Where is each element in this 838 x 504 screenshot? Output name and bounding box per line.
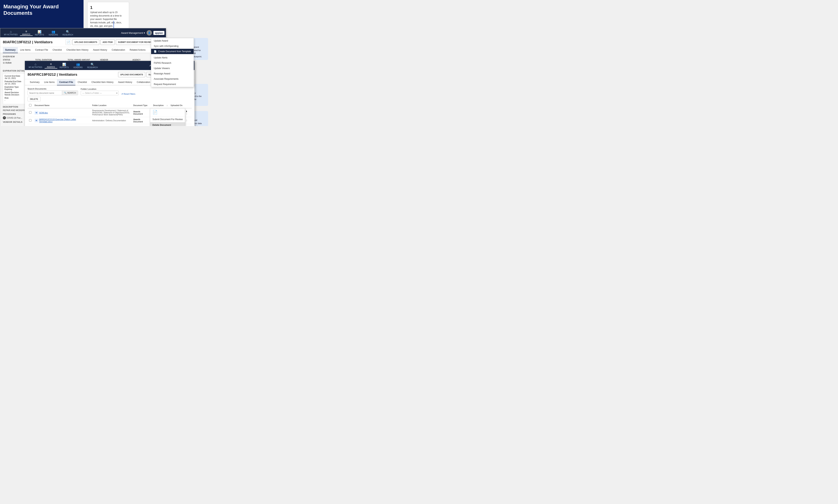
nav2-my-activities[interactable]: ⌂ MY ACTIVITIES [26, 62, 44, 68]
upload-documents-button-2[interactable]: UPLOAD DOCUMENTS [118, 72, 145, 77]
search-input[interactable] [28, 91, 62, 95]
search-row: Search Documents 🔍 SEARCH Folder Locatio… [28, 88, 192, 95]
people-icon-2: 👥 [76, 62, 80, 66]
doc-1-name-cell: W SOW.doc [35, 111, 89, 114]
tab-award-history-2[interactable]: Award History [116, 79, 135, 85]
page-title-text: Managing Your Award Documents [3, 4, 59, 16]
search-nav-icon-2: 🔍 [91, 62, 94, 66]
tab-contract-file-2[interactable]: Contract File [57, 79, 75, 85]
doc-2-name-link[interactable]: N0002412C2115 Exercise Option Letter Tem… [39, 118, 89, 123]
nav2-label-my-activities: MY ACTIVITIES [29, 66, 42, 68]
col-description: Description [152, 103, 165, 108]
nav2-awards[interactable]: ≡ AWARDS [44, 62, 57, 69]
upload-documents-button[interactable]: UPLOAD DOCUMENTS [72, 39, 99, 45]
folder-select-wrap: — Select a Folder — [81, 91, 119, 95]
doc-1-checkbox[interactable] [29, 111, 32, 114]
reset-wrap: ↺ Reset Filters [121, 93, 135, 95]
col-checkbox [28, 103, 33, 108]
tab-related-actions-1[interactable]: Related Actions [127, 47, 148, 53]
doc-2-name-cell: W N0002412C2115 Exercise Option Letter T… [35, 118, 89, 123]
tab-collaboration-2[interactable]: Collaboration [135, 79, 153, 85]
list-icon-2: ≡ [50, 62, 52, 66]
tab-contract-file-1[interactable]: Contract File [33, 47, 50, 53]
add-item-button[interactable]: ADD ITEM [101, 39, 115, 45]
menu-create-doc[interactable]: 📄 Create Document from Template [151, 49, 194, 54]
nav-right-area: Award Management ▾ 👤 appian [121, 30, 164, 35]
doc-2-folder: Administration / Delivery Documentation [91, 117, 132, 124]
menu-sync-usa[interactable]: Sync with USASpending [151, 43, 194, 49]
search-nav-icon: 🔍 [66, 30, 70, 34]
context-delete-document[interactable]: Delete Document [150, 122, 185, 126]
list-icon: ≡ [25, 30, 27, 33]
folder-select[interactable]: — Select a Folder — [81, 91, 119, 95]
user-avatar[interactable]: 👤 [146, 30, 152, 35]
tab-summary-1[interactable]: Summary [3, 47, 18, 53]
tab-checklist-2[interactable]: Checklist [75, 79, 89, 85]
menu-update-alerts[interactable]: Update Alerts [151, 55, 194, 60]
folder-label: Folder Location [81, 88, 119, 90]
step-1-number: 1 [90, 4, 92, 11]
nav-label-vendors: VENDORS [49, 34, 58, 36]
doc-2-checkbox[interactable] [29, 119, 32, 122]
nav-label-my-activities: MY ACTIVITIES [4, 34, 18, 36]
doc-1-download-icon[interactable]: ⬇ [186, 110, 188, 112]
nav2-research[interactable]: 🔍 RESEARCH [85, 62, 100, 69]
nav-my-activities[interactable]: ⌂ MY ACTIVITIES [2, 30, 20, 36]
tab-checklist-1[interactable]: Checklist [50, 47, 64, 53]
tab-line-items-2[interactable]: Line Items [42, 79, 57, 85]
menu-reassign-award[interactable]: Reassign Award [151, 71, 194, 76]
doc-1-name-link[interactable]: SOW.doc [39, 112, 48, 114]
menu-fapiis[interactable]: FAPIIS Research [151, 60, 194, 66]
tab-checklist-history-2[interactable]: Checklist Item History [89, 79, 116, 85]
context-doc-icon: 📄 [153, 110, 158, 115]
context-menu: 📄 Submit Document For Review Delete Docu… [150, 108, 185, 126]
menu-update-viewers[interactable]: Update Viewers [151, 66, 194, 71]
nav-research[interactable]: 🔍 RESEARCH [60, 30, 75, 36]
search-group: Search Documents 🔍 SEARCH [28, 88, 78, 95]
nav2-reports[interactable]: 📊 REPORTS [57, 62, 71, 69]
document-icon-btn[interactable]: 📄 [66, 39, 71, 45]
award-management-menu[interactable]: Award Management ▾ [121, 32, 145, 34]
tab-award-history-1[interactable]: Award History [91, 47, 109, 53]
page-title: Managing Your Award Documents [3, 3, 64, 16]
appian-logo: appian [154, 31, 164, 35]
nav-label-research: RESEARCH [63, 34, 73, 36]
award-buttons-1: 📄 UPLOAD DOCUMENTS ADD ITEM SUBMIT DOCUM… [66, 39, 163, 45]
menu-request-req[interactable]: Request Requirement [151, 82, 194, 87]
doc-1-type: Awards Document [132, 108, 152, 117]
home-icon: ⌂ [10, 30, 12, 33]
tab-summary-2[interactable]: Summary [28, 79, 42, 85]
search-input-wrap: 🔍 SEARCH [28, 91, 78, 95]
award-title-1: 80AFRC19F0212 | Ventilators [3, 40, 53, 44]
doc-2-type-icon: W [35, 119, 38, 122]
nav-awards[interactable]: ≡ AWARDS [20, 30, 33, 36]
col-folder-loc: Folder Location [91, 103, 132, 108]
doc-2-more-icon[interactable]: ⋮ [186, 119, 188, 122]
nav2-label-awards: AWARDS [47, 66, 55, 68]
nav2-vendors[interactable]: 👥 VENDORS [71, 62, 85, 69]
doc-1-more-icon[interactable]: ⋮ [186, 113, 188, 115]
tooltip-1-text: Upload and attach up to 15 existing docu… [90, 11, 123, 28]
nav-label-awards: AWARDS [22, 33, 30, 35]
context-submit-review[interactable]: Submit Document For Review [150, 116, 185, 122]
overview-section-label: OVERVIEW [3, 55, 163, 58]
menu-update-award[interactable]: Update Award [151, 38, 194, 43]
nav-vendors[interactable]: 👥 VENDORS [46, 30, 60, 36]
tab-checklist-history-1[interactable]: Checklist Item History [64, 47, 91, 53]
delete-button[interactable]: DELETE [28, 97, 41, 101]
select-all-docs-checkbox[interactable] [29, 104, 32, 106]
reset-filters-button[interactable]: ↺ Reset Filters [121, 93, 135, 95]
submit-document-button[interactable]: SUBMIT DOCUMENT FOR REVIEW [116, 39, 155, 45]
dropdown-menu: Update Award Sync with USASpending 📄 Cre… [151, 38, 194, 87]
tooltip-1: 1 Upload and attach up to 15 existing do… [87, 2, 129, 30]
doc-1-folder: Requirements Development / Statement of … [91, 108, 132, 117]
nav2-label-reports: REPORTS [59, 67, 69, 69]
chart-icon: 📊 [38, 30, 41, 34]
tab-collaboration-1[interactable]: Collaboration [109, 47, 127, 53]
people-icon: 👥 [51, 30, 55, 34]
search-button[interactable]: 🔍 SEARCH [62, 91, 78, 95]
tab-line-items-1[interactable]: Line Items [18, 47, 33, 53]
award-header-1: 80AFRC19F0212 | Ventilators 📄 UPLOAD DOC… [0, 37, 166, 47]
nav-reports[interactable]: 📊 REPORTS [33, 30, 46, 36]
menu-associate-req[interactable]: Associate Requirements [151, 76, 194, 82]
